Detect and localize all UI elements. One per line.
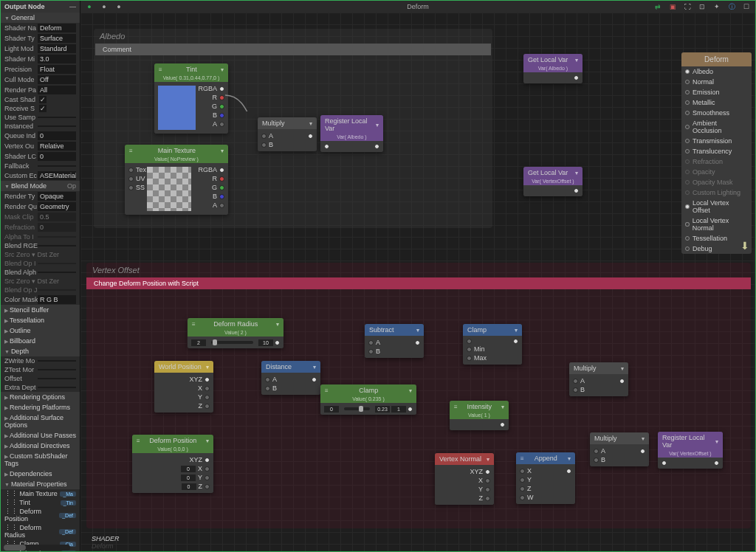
section-general[interactable]: General [1,13,80,23]
master-opacity[interactable]: Opacity [681,167,752,177]
node-append[interactable]: ≡Append▾ X Y Z W [516,452,575,504]
master-transmission[interactable]: Transmission [681,136,752,146]
camera-icon[interactable]: ▣ [667,1,678,12]
node-clamp-slider[interactable]: ≡Clamp▾ Value( 0.235 ) 00.231 [320,384,416,415]
section-blend[interactable]: Blend ModeOp [1,181,80,191]
section-billboard[interactable]: Billboard [1,336,80,346]
mat-prop[interactable]: ⋮⋮ Main Texture_Ma [1,489,80,498]
prop-row[interactable]: Light ModStandard [1,44,80,54]
prop-row[interactable]: Shader Mi3.0 [1,54,80,64]
dot2-icon[interactable]: ● [99,1,109,12]
prop-row[interactable]: Custom EcASEMaterialInsp [1,170,80,181]
master-local-vertex-offset[interactable]: Local Vertex Offset [681,198,752,215]
section-stencil-buffer[interactable]: Stencil Buffer [1,305,80,315]
node-world-position[interactable]: World Position▾ XYZ X Y Z [154,361,213,413]
maximize-icon[interactable]: ☐ [741,1,752,12]
section-dependencies[interactable]: Dependencies [1,469,80,479]
prop-row[interactable]: Offset [1,374,80,383]
node-deform-position[interactable]: ≡Deform Position▾ Value( 0,0,0 ) XYZ 0X … [132,435,213,493]
mat-prop[interactable]: ⋮⋮ Tint_Tin [1,498,80,507]
master-custom-lighting[interactable]: Custom Lighting [681,187,752,198]
prop-row[interactable]: Receive S✓ [1,104,80,113]
master-normal[interactable]: Normal [681,77,752,87]
master-node[interactable]: Deform AlbedoNormalEmissionMetallicSmoot… [681,52,752,254]
section-rendering-platforms[interactable]: Rendering Platforms [1,402,80,413]
node-subtract[interactable]: Subtract▾ A B [365,324,424,358]
prop-row[interactable]: Vertex OuRelative [1,141,80,151]
mat-prop[interactable]: ⋮⋮ Deform Radius_Def [1,523,80,539]
dot1-icon[interactable]: ● [84,1,94,12]
prop-row[interactable]: Blend RGE [1,241,80,250]
prop-row[interactable]: Cast Shad✓ [1,95,80,104]
master-refraction[interactable]: Refraction [681,156,752,167]
prop-row[interactable]: Src Zero ▾ Dst Zer [1,250,80,259]
master-emission[interactable]: Emission [681,87,752,97]
prop-row[interactable]: Cull ModeOff [1,75,80,85]
node-deform-radius[interactable]: ≡Deform Radius▾ Value( 2 ) 210 [188,318,284,348]
section-additional-surface-options[interactable]: Additional Surface Options [1,413,80,430]
node-clamp[interactable]: Clamp▾ Min Max [463,324,522,365]
save-icon[interactable]: ⬇ [740,240,749,252]
master-opacity-mask[interactable]: Opacity Mask [681,177,752,187]
prop-row[interactable]: ZWrite Mo [1,356,80,365]
node-vertex-normal[interactable]: Vertex Normal▾ XYZ X Y Z [435,453,494,505]
clean-icon[interactable]: ✦ [712,1,722,12]
prop-row[interactable]: Fallback [1,162,80,170]
prop-row[interactable]: Blend Alph [1,268,80,277]
master-smoothness[interactable]: Smoothness [681,108,752,118]
prop-row[interactable]: ZTest Mor [1,365,80,374]
prop-row[interactable]: Render QuGeometry [1,201,80,212]
prop-row[interactable]: PrecisionFloat [1,64,80,75]
node-register-albedo[interactable]: Register Local Var▾ Var( Albedo ) [320,115,383,152]
section-additional-use-passes[interactable]: Additional Use Passes [1,430,80,441]
node-get-vertexoffset[interactable]: Get Local Var▾ Var( VertexOffset ) [523,167,583,196]
section-depth[interactable]: Depth [1,346,80,356]
node-multiply-3[interactable]: Multiply▾ A B [590,432,649,466]
node-maintexture[interactable]: ≡Main Texture▾ Value( NoPreview ) Tex UV… [125,145,228,215]
section-tessellation[interactable]: Tessellation [1,315,80,325]
focus-icon[interactable]: ⊡ [697,1,707,12]
expand-icon[interactable]: ⛶ [682,1,693,12]
prop-row[interactable]: Alpha To I [1,232,80,241]
section-rendering-options[interactable]: Rendering Options [1,392,80,402]
dot3-icon[interactable]: ● [114,1,124,12]
master-ambient-occlusion[interactable]: Ambient Occlusion [681,118,752,136]
prop-row[interactable]: Render PaAll [1,85,80,95]
section-additional-directives[interactable]: Additional Directives [1,441,80,451]
master-translucency[interactable]: Translucency [681,146,752,156]
canvas-title: Deform [407,3,429,10]
share-icon[interactable]: ⇄ [653,1,663,12]
prop-row[interactable]: Use Samp [1,113,80,122]
prop-row[interactable]: Shader NaDeform [1,23,80,33]
section-outline[interactable]: Outline [1,325,80,336]
mat-prop[interactable]: ⋮⋮ Deform Position_Def [1,507,80,523]
prop-row[interactable]: Blend Op I [1,259,80,268]
prop-row[interactable]: Instanced [1,122,80,131]
master-metallic[interactable]: Metallic [681,97,752,108]
node-get-albedo[interactable]: Get Local Var▾ Var( Albedo ) [523,54,583,83]
node-distance[interactable]: Distance▾ A B [261,361,320,395]
section-custom-subshader-tags[interactable]: Custom SubShader Tags [1,451,80,469]
master-albedo[interactable]: Albedo [681,66,752,77]
node-multiply-albedo[interactable]: Multiply▾ A B [258,117,317,151]
prop-row[interactable]: Mask Clip0.5 [1,212,80,222]
sidebar-scrollbar[interactable] [4,545,70,551]
node-multiply-2[interactable]: Multiply▾ A B [569,362,628,396]
prop-row[interactable]: Shader TySurface [1,33,80,44]
prop-row[interactable]: Shader LC0 [1,151,80,162]
info-icon[interactable]: ⓘ [726,1,737,12]
node-intensity[interactable]: ≡Intensity▾ Value( 1 ) [450,401,509,430]
canvas[interactable]: ● ● ● Deform ⇄ ▣ ⛶ ⊡ ✦ ⓘ ☐ Albedo Commen… [80,1,755,551]
prop-row[interactable]: Extra Dept [1,383,80,392]
section-matprops[interactable]: Material Properties [1,479,80,489]
prop-row[interactable]: Refraction0 [1,222,80,232]
master-local-vertex-normal[interactable]: Local Vertex Normal [681,215,752,233]
collapse-icon[interactable]: — [69,3,76,10]
node-tint[interactable]: ≡Tint▾ Value( 0.31,0.44,0.77,0 ) RGBA R … [154,63,228,134]
prop-row[interactable]: Color MaskR G B [1,294,80,305]
node-register-vertexoffset[interactable]: Register Local Var▾ Var( VertexOffset ) [658,432,723,469]
prop-row[interactable]: Queue Ind0 [1,131,80,141]
prop-row[interactable]: Src Zero ▾ Dst Zer [1,277,80,286]
prop-row[interactable]: Blend Op J [1,286,80,294]
prop-row[interactable]: Render TyOpaque [1,191,80,201]
